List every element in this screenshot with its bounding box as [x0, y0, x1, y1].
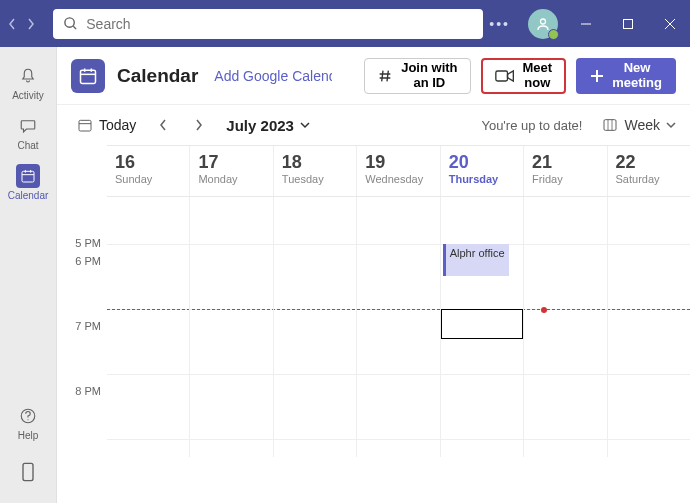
- join-with-id-button[interactable]: Join withan ID: [364, 58, 470, 94]
- forward-button[interactable]: [25, 9, 38, 39]
- day-column[interactable]: [524, 197, 607, 457]
- svg-point-12: [27, 419, 28, 420]
- chat-icon: [19, 117, 37, 135]
- svg-rect-7: [22, 171, 34, 182]
- main: Calendar Add Google Calendar Join withan…: [57, 47, 690, 503]
- close-button[interactable]: [656, 18, 684, 30]
- plus-icon: [590, 69, 604, 83]
- svg-point-0: [65, 18, 74, 27]
- maximize-button[interactable]: [614, 18, 642, 30]
- add-google-calendar[interactable]: Add Google Calendar: [214, 68, 332, 84]
- day-column[interactable]: [190, 197, 273, 457]
- nav-help[interactable]: Help: [0, 397, 56, 447]
- person-icon: [535, 16, 551, 32]
- chevron-down-icon: [666, 121, 676, 129]
- calendar-event[interactable]: Alphr office: [443, 244, 509, 276]
- svg-rect-13: [23, 463, 33, 480]
- svg-rect-23: [604, 120, 616, 131]
- svg-rect-4: [624, 19, 633, 28]
- sync-status: You're up to date!: [481, 118, 582, 133]
- svg-rect-21: [79, 120, 91, 131]
- day-header[interactable]: 19Wednesday: [357, 146, 440, 196]
- day-column[interactable]: [107, 197, 190, 457]
- nav-label: Help: [18, 430, 39, 441]
- view-selector[interactable]: Week: [602, 117, 676, 133]
- search-box[interactable]: [53, 9, 483, 39]
- day-header[interactable]: 16Sunday: [107, 146, 190, 196]
- time-selection[interactable]: [441, 309, 523, 339]
- chevron-down-icon: [300, 121, 310, 129]
- avatar[interactable]: [528, 9, 558, 39]
- nav-device[interactable]: [0, 447, 56, 497]
- minimize-button[interactable]: [572, 18, 600, 30]
- help-icon: [19, 407, 37, 425]
- svg-line-1: [74, 26, 77, 29]
- day-column[interactable]: [357, 197, 440, 457]
- calendar-icon: [20, 168, 36, 184]
- day-column[interactable]: Alphr office: [441, 197, 524, 457]
- month-picker[interactable]: July 2023: [226, 117, 310, 134]
- calendar-grid[interactable]: Alphr office: [107, 197, 690, 457]
- today-button[interactable]: Today: [71, 113, 142, 137]
- week-view-icon: [602, 117, 618, 133]
- nav-calendar[interactable]: Calendar: [0, 157, 56, 207]
- svg-rect-18: [495, 71, 507, 81]
- day-header[interactable]: 20Thursday: [441, 146, 524, 196]
- day-header[interactable]: 18Tuesday: [274, 146, 357, 196]
- day-column[interactable]: [274, 197, 357, 457]
- page-title: Calendar: [117, 65, 198, 87]
- hash-icon: [377, 68, 393, 84]
- nav-activity[interactable]: Activity: [0, 57, 56, 107]
- device-icon: [21, 462, 35, 482]
- bell-icon: [19, 67, 37, 85]
- svg-point-2: [541, 19, 546, 24]
- time-label: 8 PM: [57, 385, 107, 450]
- nav-label: Calendar: [8, 190, 49, 201]
- next-period[interactable]: [184, 110, 214, 140]
- day-header[interactable]: 17Monday: [190, 146, 273, 196]
- calendar-app-icon: [71, 59, 105, 93]
- time-label: 7 PM: [57, 320, 107, 385]
- new-meeting-button[interactable]: Newmeeting: [576, 58, 676, 94]
- meet-now-button[interactable]: Meetnow: [481, 58, 567, 94]
- search-input[interactable]: [86, 16, 473, 32]
- nav-label: Activity: [12, 90, 44, 101]
- day-header[interactable]: 22Saturday: [608, 146, 690, 196]
- sidenav: Activity Chat Calendar Help: [0, 47, 57, 503]
- video-icon: [495, 69, 515, 83]
- nav-label: Chat: [17, 140, 38, 151]
- time-label: 6 PM: [57, 255, 107, 320]
- calendar-today-icon: [77, 117, 93, 133]
- back-button[interactable]: [6, 9, 19, 39]
- nav-chat[interactable]: Chat: [0, 107, 56, 157]
- search-icon: [63, 16, 78, 31]
- day-header[interactable]: 21Friday: [524, 146, 607, 196]
- svg-rect-14: [81, 70, 96, 83]
- day-column[interactable]: [608, 197, 690, 457]
- more-menu[interactable]: •••: [489, 16, 510, 32]
- prev-period[interactable]: [148, 110, 178, 140]
